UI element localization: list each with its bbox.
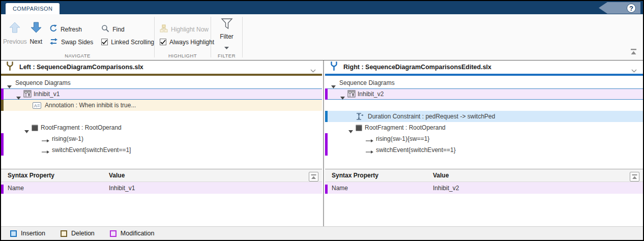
highlight-now-icon	[160, 24, 168, 34]
tree-row-label: rising(sw-1)	[52, 135, 83, 142]
tree-row-inhibit-v1[interactable]: Inhibit_v1	[1, 88, 322, 100]
comparison-window: COMPARISON ? Previous Next	[0, 0, 644, 241]
modification-swatch-icon	[110, 230, 116, 237]
section-separator	[242, 17, 243, 57]
find-button[interactable]: Find	[101, 23, 154, 36]
section-navigate: Previous Next Refresh	[1, 14, 154, 60]
legend-item-insertion: Insertion	[10, 230, 45, 237]
arrow-up-icon	[8, 21, 21, 36]
tree-row-rootfragment[interactable]: RootFragment : RootOperand	[325, 122, 643, 133]
highlight-now-label: Highlight Now	[171, 26, 209, 33]
always-highlight-toggle[interactable]: Always Highlight	[160, 36, 211, 48]
sequence-diagram-icon	[23, 90, 32, 100]
previous-label: Previous	[3, 38, 27, 45]
chevron-down-icon[interactable]	[310, 66, 316, 75]
collapse-ribbon-button[interactable]	[630, 47, 637, 56]
tree-row-blank	[1, 111, 322, 122]
highlight-section-label: HIGHLIGHT	[155, 53, 211, 58]
next-label: Next	[30, 38, 42, 45]
checkbox-checked-icon[interactable]	[160, 39, 166, 45]
column-header-property: Syntax Property	[8, 172, 54, 179]
tree-row-inhibit-v2[interactable]: Inhibit_v2	[325, 88, 643, 100]
left-property-table: Syntax Property Value Name Inhibit_v1	[1, 169, 322, 194]
refresh-button[interactable]: Refresh	[49, 23, 93, 36]
message-arrow-icon	[42, 147, 49, 157]
modification-marker	[1, 133, 4, 144]
filter-button[interactable]: Filter	[211, 14, 242, 51]
swap-sides-label: Swap Sides	[61, 39, 93, 46]
chevron-down-icon[interactable]	[631, 66, 637, 75]
help-button[interactable]: ?	[599, 2, 640, 14]
filter-section-label: FILTER	[211, 53, 242, 58]
right-tree: Sequence Diagrams Inhibit_v2 Dur	[325, 76, 643, 169]
filter-funnel-icon	[221, 18, 233, 32]
svg-text:A: A	[34, 103, 37, 108]
property-value: Inhibit_v1	[109, 185, 135, 192]
modification-marker	[325, 144, 328, 156]
tree-row-rising[interactable]: rising(sw-1)	[1, 133, 322, 144]
tree-row-sequence-diagrams[interactable]: Sequence Diagrams	[325, 77, 643, 88]
left-tree: Sequence Diagrams Inhibit_v1 A Annotatio…	[1, 76, 322, 169]
duration-constraint-icon	[356, 112, 364, 123]
compare-branch-icon	[6, 62, 14, 73]
section-highlight: Highlight Now Always Highlight HIGHLIGHT	[155, 14, 211, 60]
tree-row-label: RootFragment : RootOperand	[365, 124, 446, 131]
filter-label: Filter	[220, 33, 233, 40]
ribbon-toolbar: Previous Next Refresh	[1, 14, 643, 61]
linked-scrolling-toggle[interactable]: Linked Scrolling	[101, 36, 154, 48]
fragment-icon	[32, 124, 38, 133]
table-row-name[interactable]: Name Inhibit_v2	[325, 182, 643, 194]
swap-sides-button[interactable]: Swap Sides	[49, 36, 93, 48]
arrow-down-icon	[30, 21, 43, 36]
tree-row-switchevent[interactable]: switchEvent[switchEvent==1]	[1, 144, 322, 156]
tree-row-label: Sequence Diagrams	[339, 79, 395, 86]
search-icon	[101, 24, 109, 34]
tab-comparison[interactable]: COMPARISON	[6, 3, 60, 14]
table-row-name[interactable]: Name Inhibit_v1	[1, 182, 322, 194]
collapse-table-button[interactable]	[309, 172, 318, 182]
help-icon: ?	[627, 4, 636, 13]
tree-row-switchevent[interactable]: switchEvent{switchEvent==1}	[325, 144, 643, 156]
tree-row-label: Annotation : When inhibit is true...	[45, 102, 136, 109]
tree-row-duration-constraint[interactable]: Duration Constraint : pedRequest -> swit…	[325, 111, 643, 122]
right-file-selector[interactable]: Right : SequenceDiagramComparisonsEdited…	[325, 61, 643, 74]
property-name: Name	[8, 185, 24, 192]
legend-label: Deletion	[71, 230, 95, 237]
insertion-marker	[325, 111, 328, 122]
sequence-diagram-icon	[347, 90, 356, 100]
right-panel: Right : SequenceDiagramComparisonsEdited…	[325, 61, 643, 226]
tree-row-annotation[interactable]: A Annotation : When inhibit is true...	[1, 100, 322, 111]
tree-row-rising[interactable]: rising(sw-1){sw==1}	[325, 133, 643, 144]
property-name: Name	[332, 185, 348, 192]
tree-row-label: rising(sw-1){sw==1}	[376, 135, 429, 142]
insertion-swatch-icon	[10, 230, 17, 237]
tree-row-label: Sequence Diagrams	[15, 79, 71, 86]
modification-marker	[1, 88, 4, 100]
refresh-label: Refresh	[61, 26, 82, 33]
checkbox-checked-icon[interactable]	[101, 39, 108, 45]
swap-icon	[49, 38, 58, 47]
collapse-table-button[interactable]	[630, 172, 639, 182]
column-header-value: Value	[109, 172, 125, 179]
tree-row-sequence-diagrams[interactable]: Sequence Diagrams	[1, 77, 322, 88]
tree-row-label: RootFragment : RootOperand	[41, 124, 122, 131]
compare-area: Left : SequenceDiagramComparisons.slx Se…	[1, 61, 643, 226]
highlight-now-button[interactable]: Highlight Now	[160, 23, 211, 36]
tree-row-rootfragment[interactable]: RootFragment : RootOperand	[1, 122, 322, 133]
legend-label: Modification	[121, 230, 155, 237]
tree-row-label: Inhibit_v2	[358, 91, 384, 98]
find-label: Find	[112, 26, 124, 33]
tree-row-label: Inhibit_v1	[34, 91, 60, 98]
annotation-icon: A	[33, 102, 41, 111]
legend-label: Insertion	[21, 230, 45, 237]
left-file-selector[interactable]: Left : SequenceDiagramComparisons.slx	[1, 61, 322, 74]
message-arrow-icon	[366, 147, 373, 157]
right-property-table: Syntax Property Value Name Inhibit_v2	[325, 169, 643, 194]
property-value: Inhibit_v2	[433, 185, 459, 192]
modification-marker	[1, 144, 4, 156]
ribbon-tab-strip: COMPARISON ?	[1, 1, 643, 14]
modification-marker	[325, 185, 328, 194]
deletion-marker	[1, 100, 4, 111]
modification-marker	[325, 133, 328, 144]
column-header-value: Value	[433, 172, 449, 179]
